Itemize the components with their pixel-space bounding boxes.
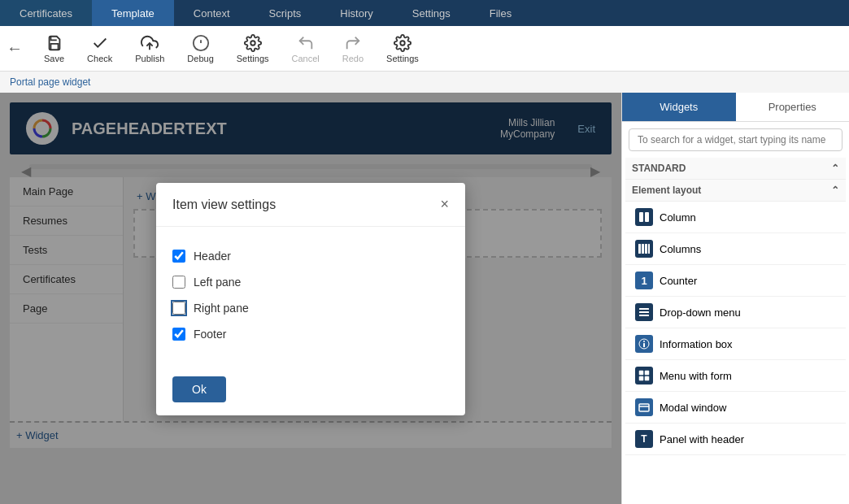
right-panel: Widgets Properties STANDARD ⌃ Element la… (621, 93, 849, 504)
widget-search-input[interactable] (629, 128, 842, 151)
svg-rect-9 (638, 244, 641, 254)
checkbox-left-pane-item: Left pane (172, 269, 449, 295)
widget-dropdown-label: Drop-down menu (660, 306, 741, 319)
right-panel-tabs: Widgets Properties (622, 93, 849, 122)
checkbox-left-pane[interactable] (172, 276, 185, 289)
modal-dialog: Item view settings × Header Left pane Ri… (156, 183, 465, 415)
widget-counter-label: Counter (660, 275, 697, 287)
tab-scripts[interactable]: Scripts (250, 0, 321, 26)
publish-label: Publish (135, 54, 164, 63)
top-nav: Certificates Template Context Scripts Hi… (0, 0, 849, 26)
widget-column-label: Column (660, 211, 696, 224)
modal-title: Item view settings (172, 198, 276, 212)
toolbar-settings-button[interactable]: Settings (232, 33, 274, 65)
toolbar: ← Save Check Publish Debug Settings Canc… (0, 26, 849, 72)
tab-files[interactable]: Files (470, 0, 531, 26)
modal-footer: Ok (156, 363, 465, 415)
svg-rect-11 (645, 244, 647, 254)
widget-item-modal-window[interactable]: Modal window (625, 392, 846, 424)
widget-menu-with-form-label: Menu with form (660, 370, 732, 382)
svg-rect-15 (639, 315, 649, 316)
svg-rect-20 (645, 371, 649, 375)
cancel-button[interactable]: Cancel (287, 33, 324, 65)
widget-item-column[interactable]: Column (625, 202, 846, 233)
svg-rect-23 (639, 404, 649, 411)
widget-information-box-label: Information box (660, 338, 733, 350)
checkbox-footer-label: Footer (194, 328, 226, 341)
redo-label: Redo (342, 54, 364, 63)
checkbox-right-pane[interactable] (172, 302, 185, 315)
widget-item-dropdown-menu[interactable]: Drop-down menu (625, 297, 846, 328)
checkbox-right-pane-label: Right pane (194, 302, 249, 315)
svg-rect-19 (639, 371, 643, 375)
element-layout-header[interactable]: Element layout ⌃ (625, 180, 846, 202)
svg-rect-22 (645, 376, 649, 380)
redo-button[interactable]: Redo (337, 33, 368, 65)
standard-section-label: STANDARD (632, 163, 686, 174)
check-button[interactable]: Check (82, 33, 117, 65)
widget-item-columns[interactable]: Columns (625, 233, 846, 265)
save-label: Save (44, 54, 64, 63)
tab-certificates[interactable]: Certificates (0, 0, 92, 26)
svg-rect-8 (645, 212, 649, 222)
widget-item-information-box[interactable]: Information box (625, 328, 846, 360)
widget-section-standard: STANDARD ⌃ (622, 158, 849, 180)
checkbox-header[interactable] (172, 250, 185, 263)
settings2-button[interactable]: Settings (381, 33, 424, 65)
widget-item-menu-with-form[interactable]: Menu with form (625, 360, 846, 392)
information-box-icon (635, 335, 653, 353)
checkbox-header-item: Header (172, 243, 449, 269)
svg-rect-10 (642, 244, 644, 254)
tab-settings[interactable]: Settings (393, 0, 470, 26)
checkbox-header-label: Header (194, 250, 231, 263)
column-icon (635, 208, 653, 226)
svg-rect-18 (643, 343, 645, 347)
modal-body: Header Left pane Right pane Footer (156, 227, 465, 363)
element-layout-toggle-icon: ⌃ (831, 185, 839, 196)
back-button[interactable]: ← (7, 39, 23, 58)
standard-section-toggle-icon: ⌃ (831, 163, 839, 174)
checkbox-right-pane-item: Right pane (172, 295, 449, 321)
columns-icon (635, 240, 653, 258)
svg-rect-13 (639, 308, 649, 310)
menu-with-form-icon (635, 367, 653, 385)
modal-header: Item view settings × (156, 183, 465, 227)
widget-panel-with-header-label: Panel with header (660, 433, 744, 445)
checkbox-footer[interactable] (172, 328, 185, 341)
svg-rect-21 (639, 376, 643, 380)
tab-properties[interactable]: Properties (736, 93, 850, 121)
settings2-label: Settings (386, 54, 419, 63)
svg-rect-14 (639, 311, 649, 313)
widget-section-element-layout: Element layout ⌃ Column Columns 1 Counte… (622, 180, 849, 455)
widget-modal-window-label: Modal window (660, 402, 726, 414)
svg-point-5 (400, 41, 405, 46)
debug-label: Debug (187, 54, 213, 63)
page-area: PAGEHEADERTEXT Mills Jillian MyCompany E… (0, 93, 621, 504)
tab-template[interactable]: Template (92, 0, 174, 26)
debug-button[interactable]: Debug (182, 33, 218, 65)
panel-with-header-icon: T (635, 430, 653, 448)
ok-button[interactable]: Ok (172, 376, 226, 402)
modal-close-button[interactable]: × (440, 196, 449, 213)
svg-rect-7 (639, 212, 643, 222)
tab-widgets[interactable]: Widgets (622, 93, 736, 121)
check-label: Check (87, 54, 112, 63)
svg-point-4 (250, 41, 255, 46)
dropdown-menu-icon (635, 303, 653, 321)
breadcrumb: Portal page widget (0, 72, 849, 93)
tab-history[interactable]: History (320, 0, 392, 26)
cancel-label: Cancel (292, 54, 320, 63)
main-area: PAGEHEADERTEXT Mills Jillian MyCompany E… (0, 93, 849, 504)
publish-button[interactable]: Publish (130, 33, 169, 65)
settings-label: Settings (237, 54, 269, 63)
widget-item-panel-with-header[interactable]: T Panel with header (625, 424, 846, 455)
svg-point-17 (643, 341, 645, 342)
modal-overlay: Item view settings × Header Left pane Ri… (0, 93, 621, 504)
save-button[interactable]: Save (39, 33, 69, 65)
tab-context[interactable]: Context (174, 0, 250, 26)
svg-rect-12 (648, 244, 650, 254)
standard-section-header[interactable]: STANDARD ⌃ (625, 158, 846, 180)
checkbox-footer-item: Footer (172, 321, 449, 347)
element-layout-label: Element layout (632, 185, 701, 196)
widget-item-counter[interactable]: 1 Counter (625, 265, 846, 297)
